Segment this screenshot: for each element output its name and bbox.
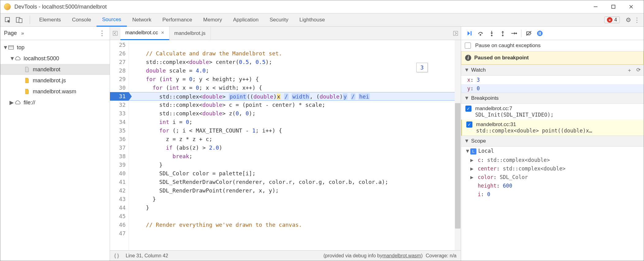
svg-rect-21 (539, 32, 540, 35)
file-icon (24, 66, 30, 73)
local-badge-icon: L (470, 148, 476, 155)
step-into-button[interactable] (486, 30, 497, 36)
svg-rect-10 (453, 31, 458, 35)
breakpoint-checkbox[interactable]: ✓ (465, 106, 472, 112)
scope-variable[interactable]: ▶ center: std::complex<double> (461, 164, 644, 173)
settings-gear-icon[interactable]: ⚙ (624, 16, 633, 24)
step-out-button[interactable] (497, 30, 508, 36)
refresh-watch-icon[interactable]: ⟳ (636, 67, 641, 74)
scope-section-header[interactable]: ▼Scope (461, 136, 644, 147)
window-icon (8, 44, 14, 50)
resume-button[interactable] (464, 30, 475, 36)
tree-top[interactable]: ▼top (0, 42, 110, 53)
watch-section-header[interactable]: ▼Watch ＋⟳ (461, 65, 644, 76)
hover-value-tooltip: 3 (416, 63, 428, 72)
svg-point-14 (491, 35, 493, 36)
device-toolbar-icon[interactable] (14, 15, 24, 25)
pause-caught-checkbox[interactable] (465, 43, 471, 49)
tree-file-mandelbrot[interactable]: mandelbrot (0, 64, 110, 75)
cursor-position: Line 31, Column 42 (126, 253, 168, 259)
scope-variable[interactable]: ▶ color: SDL_Color (461, 173, 644, 181)
scope-local[interactable]: ▼LLocal (461, 147, 644, 156)
editor-tab-mandelbrot-js[interactable]: mandelbrot.js (169, 27, 211, 40)
svg-point-18 (516, 32, 517, 34)
tab-network[interactable]: Network (127, 13, 157, 27)
sidebar-more-tabs-icon[interactable]: » (21, 30, 24, 36)
tab-sources[interactable]: Sources (97, 13, 127, 27)
svg-rect-7 (9, 46, 13, 49)
paused-banner: i Paused on breakpoint (461, 51, 644, 65)
file-tree: ▼top ▼localhost:5000 mandelbrot mandelbr… (0, 40, 110, 110)
tab-elements[interactable]: Elements (34, 13, 66, 27)
tab-security[interactable]: Security (264, 13, 294, 27)
tab-application[interactable]: Application (228, 13, 264, 27)
editor-scrollbar[interactable] (455, 40, 461, 250)
svg-rect-6 (19, 19, 22, 23)
inspect-element-icon[interactable] (3, 15, 13, 25)
titlebar: DevTools - localhost:5000/mandelbrot (0, 0, 644, 13)
tab-console[interactable]: Console (66, 13, 97, 27)
cloud-icon (14, 55, 21, 62)
scope-variable[interactable]: ▶ c: std::complex<double> (461, 156, 644, 164)
code-editor[interactable]: 2526272829303132333435363738394041424344… (110, 40, 461, 250)
editor-tab-mandelbrot-cc[interactable]: mandelbrot.cc× (120, 27, 169, 40)
editor-nav-next-icon[interactable] (450, 31, 461, 36)
file-icon (24, 77, 30, 84)
step-button[interactable] (508, 30, 519, 36)
editor-nav-prev-icon[interactable] (110, 31, 120, 36)
svg-point-20 (537, 31, 543, 36)
sidebar-menu-icon[interactable]: ⋮ (99, 29, 106, 37)
deactivate-breakpoints-button[interactable] (523, 30, 534, 36)
close-tab-icon[interactable]: × (161, 30, 164, 36)
main-toolbar: Elements Console Sources Network Perform… (0, 13, 644, 27)
add-watch-icon[interactable]: ＋ (627, 67, 632, 74)
tab-performance[interactable]: Performance (157, 13, 198, 27)
breakpoint-item[interactable]: ✓mandelbrot.cc:7 SDL_Init(SDL_INIT_VIDEO… (461, 104, 644, 120)
close-button[interactable] (622, 0, 640, 13)
maximize-button[interactable] (604, 0, 622, 13)
scope-variable[interactable]: i: 0 (461, 190, 644, 199)
scope-variable[interactable]: height: 600 (461, 181, 644, 190)
tab-memory[interactable]: Memory (198, 13, 227, 27)
watch-item[interactable]: y: 0 (461, 84, 644, 93)
debug-info-link[interactable]: mandelbrot.wasm (382, 253, 421, 259)
watch-item[interactable]: x: 3 (461, 76, 644, 84)
pause-on-caught-row[interactable]: Pause on caught exceptions (461, 40, 644, 51)
svg-point-12 (480, 34, 481, 35)
coverage-status: Coverage: n/a (426, 253, 456, 259)
tab-lighthouse[interactable]: Lighthouse (294, 13, 330, 27)
more-menu-icon[interactable]: ⋮ (633, 16, 641, 24)
step-over-button[interactable] (475, 30, 486, 36)
debugger-panel: Pause on caught exceptions i Paused on b… (461, 27, 644, 261)
tree-file-mandelbrot-wasm[interactable]: mandelbrot.wasm (0, 86, 110, 97)
pause-on-exceptions-button[interactable] (534, 30, 545, 36)
window-title: DevTools - localhost:5000/mandelbrot (14, 4, 587, 10)
info-icon: i (465, 55, 471, 61)
svg-rect-1 (612, 5, 615, 9)
tree-file-mandelbrot-js[interactable]: mandelbrot.js (0, 75, 110, 86)
tree-file-scheme[interactable]: ▶file:// (0, 97, 110, 108)
tree-host[interactable]: ▼localhost:5000 (0, 53, 110, 64)
navigator-sidebar: Page » ⋮ ▼top ▼localhost:5000 mandelbrot… (0, 27, 110, 261)
cloud-icon (14, 99, 21, 106)
svg-rect-11 (471, 31, 472, 35)
minimize-button[interactable] (587, 0, 604, 13)
pretty-print-icon[interactable]: { } (114, 253, 119, 259)
svg-rect-9 (113, 31, 117, 35)
breakpoints-section-header[interactable]: ▼Breakpoints (461, 93, 644, 104)
error-count: 4 (614, 17, 617, 23)
editor-pane: mandelbrot.cc× mandelbrot.js 25262728293… (110, 27, 461, 261)
devtools-logo-icon (4, 3, 11, 10)
svg-rect-22 (540, 32, 541, 35)
breakpoint-checkbox[interactable]: ✓ (466, 121, 472, 128)
status-bar: { } Line 31, Column 42 (provided via deb… (110, 250, 461, 261)
panel-tabs: Elements Console Sources Network Perform… (34, 13, 331, 27)
svg-point-16 (502, 35, 504, 36)
sidebar-tab-page[interactable]: Page (4, 30, 17, 36)
file-icon (24, 88, 30, 95)
breakpoint-item[interactable]: ✓mandelbrot.cc:31 std::complex<double> p… (461, 120, 644, 136)
error-count-badge[interactable]: ×4 (604, 17, 620, 23)
